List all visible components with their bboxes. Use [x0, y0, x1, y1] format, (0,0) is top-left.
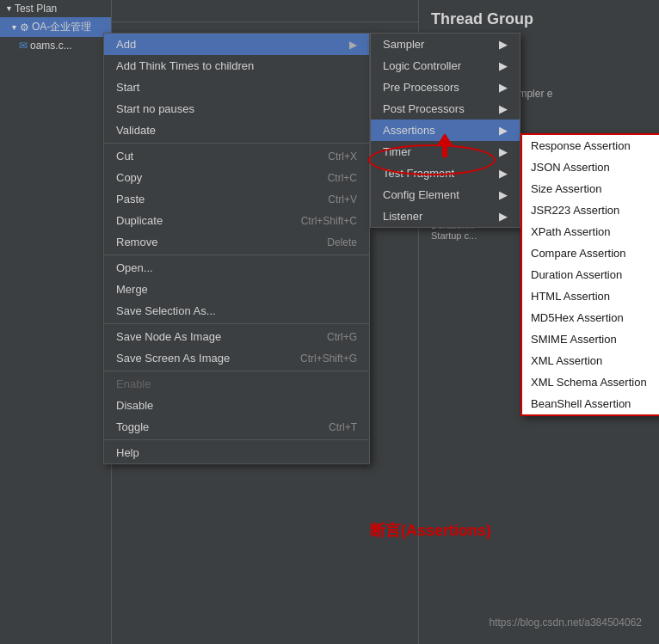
- context-menu-start[interactable]: Start: [104, 77, 369, 98]
- submenu-pre-processors[interactable]: Pre Processors ▶: [371, 77, 520, 98]
- context-menu-help[interactable]: Help: [104, 442, 369, 463]
- submenu-timer[interactable]: Timer ▶: [371, 141, 520, 163]
- http-icon: ✉: [19, 40, 28, 52]
- arrow-icon: ▶: [349, 39, 357, 51]
- assertion-size[interactable]: Size Assertion: [522, 178, 659, 199]
- assertion-compare[interactable]: Compare Assertion: [522, 242, 659, 264]
- context-menu-validate[interactable]: Validate: [104, 120, 369, 141]
- assertion-xml-schema[interactable]: XML Schema Assertion: [522, 371, 659, 393]
- assertion-json[interactable]: JSON Assertion: [522, 156, 659, 178]
- gear-icon: ⚙: [20, 21, 29, 34]
- separator-5: [104, 439, 369, 440]
- submenu-logic-controller[interactable]: Logic Controller ▶: [371, 55, 520, 77]
- context-menu-save-screen[interactable]: Save Screen As Image Ctrl+Shift+G: [104, 347, 369, 369]
- assertion-xpath[interactable]: XPath Assertion: [522, 221, 659, 242]
- submenu-assertions[interactable]: Assertions ▶: [371, 120, 520, 141]
- context-menu-save-selection[interactable]: Save Selection As...: [104, 300, 369, 322]
- context-menu-duplicate[interactable]: Duplicate Ctrl+Shift+C: [104, 210, 369, 231]
- submenu-assertions-panel: Response Assertion JSON Assertion Size A…: [520, 133, 659, 416]
- context-menu-cut[interactable]: Cut Ctrl+X: [104, 145, 369, 167]
- tree-item-oams[interactable]: ✉ oams.c...: [0, 37, 111, 54]
- context-menu-merge[interactable]: Merge: [104, 279, 369, 300]
- tree-label: oams.c...: [30, 40, 72, 52]
- context-menu-start-no-pauses[interactable]: Start no pauses: [104, 98, 369, 120]
- submenu-sampler[interactable]: Sampler ▶: [371, 34, 520, 55]
- arrow-icon: ▶: [499, 38, 508, 51]
- assertion-response[interactable]: Response Assertion: [522, 135, 659, 156]
- submenu-post-processors[interactable]: Post Processors ▶: [371, 98, 520, 120]
- assertion-jsr223[interactable]: JSR223 Assertion: [522, 199, 659, 221]
- annotation-url: https://blog.csdn.net/a384504062: [490, 616, 642, 629]
- assertion-beanshell[interactable]: BeanShell Assertion: [522, 393, 659, 414]
- tree-item-testplan[interactable]: ▼ Test Plan: [0, 0, 111, 17]
- arrow-icon: ▶: [499, 167, 508, 180]
- arrow-icon: ▶: [499, 188, 508, 201]
- separator-2: [104, 255, 369, 255]
- arrow-icon: ▶: [499, 81, 508, 94]
- tree-item-oa[interactable]: ▼ ⚙ OA-企业管理: [0, 17, 111, 37]
- context-menu: Add ▶ Add Think Times to children Start …: [103, 33, 370, 464]
- submenu-test-fragment[interactable]: Test Fragment ▶: [371, 163, 520, 184]
- context-menu-toggle[interactable]: Toggle Ctrl+T: [104, 416, 369, 438]
- app-container: Test Plan ▼ Test Plan ▼ ⚙ OA-企业管理 ✉ oams…: [0, 0, 659, 644]
- assertion-html[interactable]: HTML Assertion: [522, 285, 659, 307]
- context-menu-open[interactable]: Open...: [104, 257, 369, 279]
- context-menu-copy[interactable]: Copy Ctrl+C: [104, 167, 369, 188]
- context-menu-remove[interactable]: Remove Delete: [104, 231, 369, 253]
- assertion-xml[interactable]: XML Assertion: [522, 350, 659, 371]
- context-menu-think-times[interactable]: Add Think Times to children: [104, 55, 369, 77]
- arrow-icon: ▶: [499, 102, 508, 115]
- thread-group-title: Thread Group: [419, 0, 659, 35]
- submenu-listener[interactable]: Listener ▶: [371, 205, 520, 227]
- assertion-smime[interactable]: SMIME Assertion: [522, 328, 659, 350]
- arrow-icon: ▶: [499, 59, 508, 72]
- context-menu-add[interactable]: Add ▶: [104, 34, 369, 55]
- annotation-text: 断言(Assertions): [370, 520, 491, 541]
- assertion-duration[interactable]: Duration Assertion: [522, 264, 659, 285]
- arrow-icon: ▶: [499, 145, 508, 158]
- context-menu-paste[interactable]: Paste Ctrl+V: [104, 188, 369, 210]
- context-menu-enable: Enable: [104, 373, 369, 395]
- submenu-add: Sampler ▶ Logic Controller ▶ Pre Process…: [370, 33, 520, 228]
- context-menu-save-node[interactable]: Save Node As Image Ctrl+G: [104, 326, 369, 347]
- tree-label: Test Plan: [15, 3, 57, 15]
- triangle-icon: ▼: [10, 23, 18, 32]
- separator-4: [104, 371, 369, 371]
- separator-3: [104, 323, 369, 324]
- triangle-icon: ▼: [5, 4, 13, 13]
- tree-label: OA-企业管理: [32, 20, 91, 34]
- separator-1: [104, 143, 369, 144]
- assertion-md5hex[interactable]: MD5Hex Assertion: [522, 307, 659, 328]
- arrow-icon: ▶: [499, 210, 508, 223]
- left-panel: ▼ Test Plan ▼ ⚙ OA-企业管理 ✉ oams.c...: [0, 0, 112, 644]
- context-menu-disable[interactable]: Disable: [104, 395, 369, 416]
- arrow-icon: ▶: [499, 124, 508, 137]
- submenu-config-element[interactable]: Config Element ▶: [371, 184, 520, 205]
